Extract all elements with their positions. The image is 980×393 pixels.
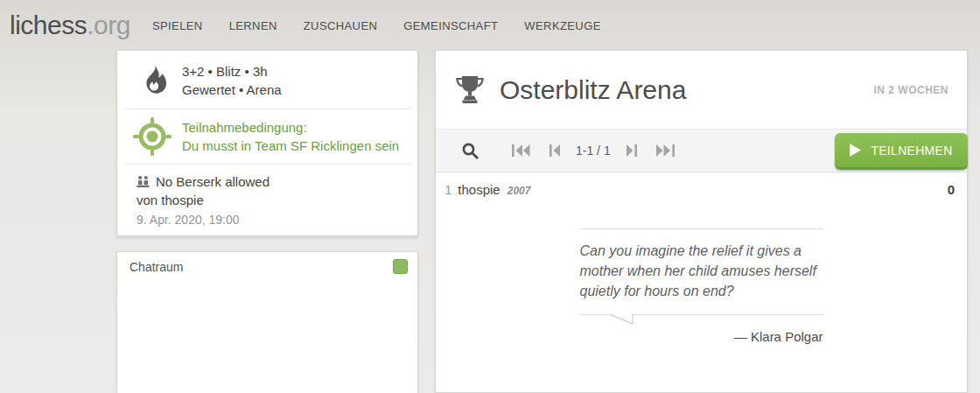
prev-page-button[interactable] [540,139,570,162]
page-range: 1-1 / 1 [576,144,611,158]
standings-row[interactable]: 1 thospie 2007 0 [436,172,967,205]
first-page-icon [512,144,530,157]
quote-text: Can you imagine the relief it gives a mo… [580,229,823,314]
search-button[interactable] [452,137,488,165]
tournament-main-card: Osterblitz Arena IN 2 WOCHEN [435,50,968,393]
chat-toggle[interactable] [393,259,408,274]
site-header: lichess.org SPIELEN LERNEN ZUSCHAUEN GEM… [0,0,980,50]
nav-item-zuschauen[interactable]: ZUSCHAUEN [304,19,378,32]
next-page-button[interactable] [617,139,647,162]
top-navigation: SPIELEN LERNEN ZUSCHAUEN GEMEINSCHAFT WE… [152,19,601,32]
pagination: 1-1 / 1 [502,139,684,162]
prev-page-icon [550,144,560,157]
starts-in-label: IN 2 WOCHEN [873,84,948,96]
last-page-icon [656,144,675,157]
lichess-logo[interactable]: lichess.org [10,11,130,40]
play-icon [850,144,861,157]
last-page-button[interactable] [647,139,684,162]
flame-icon [138,63,168,98]
player-score: 0 [948,182,955,197]
quote-block: Can you imagine the relief it gives a mo… [580,228,823,344]
search-icon [462,143,479,159]
tournament-description: No Berserk allowed [156,172,270,191]
condition-text-block: Teilnahmebedingung: Du musst in Team SF … [182,118,399,155]
join-button[interactable]: TEILNEHMEN [835,133,968,170]
tournament-title: Osterblitz Arena [500,75,873,105]
player-rank: 1 [444,182,452,197]
tournament-start-date: 9. Apr. 2020, 19:00 [136,211,400,229]
first-page-button[interactable] [502,139,540,162]
player-rating: 2007 [508,185,531,197]
nav-item-werkzeuge[interactable]: WERKZEUGE [524,19,600,32]
quote-author: — Klara Polgar [580,326,823,344]
tournament-host[interactable]: von thospie [136,191,400,209]
nav-item-gemeinschaft[interactable]: GEMEINSCHAFT [403,19,498,32]
chat-title: Chatraum [130,260,183,274]
time-control-row: 3+2 • Blitz • 3h Gewertet • Arena [117,51,417,109]
mode-line: Gewertet • Arena [182,81,282,99]
time-line: 3+2 • Blitz • 3h [182,62,282,81]
tournament-info-card: 3+2 • Blitz • 3h Gewertet • Arena Teilna… [116,50,418,236]
chat-header: Chatraum [117,252,417,279]
player-name: thospie [458,182,500,197]
time-control-text: 3+2 • Blitz • 3h Gewertet • Arena [182,62,282,99]
players-icon [136,175,150,188]
trophy-icon [454,75,486,104]
logo-tld: .org [87,11,130,39]
quote-tail [610,314,634,326]
description-row: No Berserk allowed von thospie 9. Apr. 2… [117,165,417,238]
chat-panel: Chatraum [116,251,418,393]
description-line: No Berserk allowed [136,172,400,191]
standings-toolbar: 1-1 / 1 [436,129,967,172]
quote-bottom-rule [580,314,823,326]
tournament-header: Osterblitz Arena IN 2 WOCHEN [436,51,967,129]
logo-name: lichess [10,11,87,39]
target-icon [132,116,172,157]
nav-item-lernen[interactable]: LERNEN [229,19,277,32]
condition-text: Du musst in Team SF Ricklingen sein [182,137,399,155]
join-button-label: TEILNEHMEN [871,144,952,158]
condition-title: Teilnahmebedingung: [182,118,399,137]
next-page-icon [626,144,637,157]
condition-row: Teilnahmebedingung: Du musst in Team SF … [117,109,417,164]
nav-item-spielen[interactable]: SPIELEN [152,19,203,32]
